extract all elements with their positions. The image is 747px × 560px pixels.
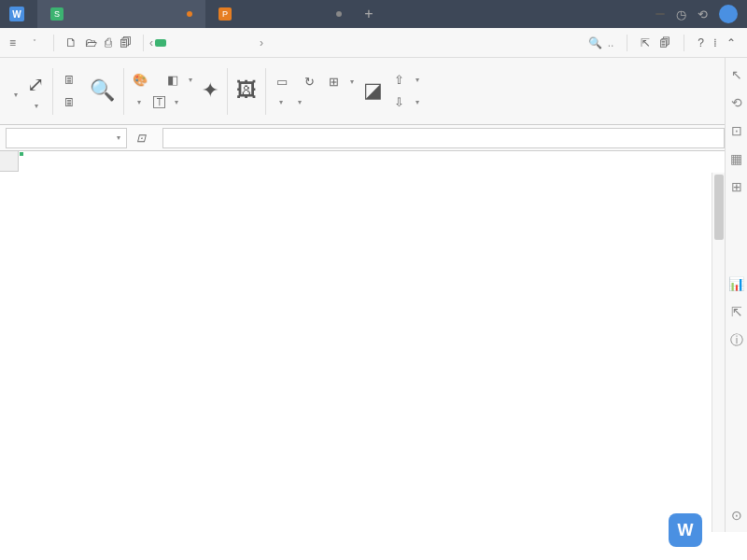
separator (52, 68, 53, 115)
group-col: ⊞▾ x (323, 73, 358, 110)
search-icon: 🔍 (588, 36, 602, 49)
rotate-icon: ↻ (303, 75, 317, 90)
align-icon: ▭ (275, 75, 289, 90)
lock-icon[interactable]: ⊡ (731, 123, 742, 138)
image-icon: 🖼 (236, 78, 257, 103)
user-avatar[interactable] (719, 5, 738, 23)
new-icon[interactable]: 🗋 (65, 35, 78, 49)
menu-right: 🔍 .. ⇱ 🗐 ? ⁞ ⌃ (588, 35, 743, 51)
menu-page-layout[interactable] (155, 39, 166, 47)
nav-left-icon[interactable]: ‹ (148, 36, 155, 49)
scrollbar-thumb[interactable] (714, 175, 724, 240)
modified-dot-icon (336, 11, 342, 17)
pane-icon: ◪ (363, 78, 383, 103)
print-titles-group: 🗏 🗏 (58, 71, 84, 112)
timer-icon[interactable]: ◷ (676, 7, 686, 21)
wps-watermark-logo-icon: W (669, 513, 702, 547)
info-icon[interactable]: ⓘ (730, 332, 743, 349)
tab-workbook[interactable]: S (37, 0, 205, 28)
theme-group: 🎨xx◧▾ ▾ 🅃▾ (129, 71, 196, 112)
separator (265, 68, 266, 115)
menubar: ≡ ˅ 🗋 🗁 ⎙ 🗐 ‹ › 🔍 .. ⇱ 🗐 ? ⁞ ⌃ (0, 28, 747, 58)
col-headers (19, 151, 747, 172)
print-titles[interactable]: 🗏 (58, 71, 84, 90)
search-button[interactable]: 🔍 .. (588, 36, 614, 49)
titlebar: W S P + ◷ ⟲ (0, 0, 747, 28)
font-icon: 🅃 (151, 95, 166, 110)
file-menu[interactable]: ˅ (21, 35, 44, 49)
settings-icon[interactable]: ⊙ (731, 508, 742, 523)
menu-view[interactable] (200, 39, 211, 47)
show-page-break[interactable] (6, 81, 21, 85)
spreadsheet-icon: S (50, 7, 63, 21)
separator (684, 35, 684, 51)
fill-handle[interactable] (19, 151, 24, 157)
move-down-icon: ⇩ (392, 95, 407, 110)
effect-button[interactable]: ✦ (198, 77, 222, 106)
watermark: W (669, 513, 710, 547)
preview-icon[interactable]: 🗐 (120, 35, 132, 49)
palette-icon: 🎨 (133, 73, 148, 88)
print-icon[interactable]: ⎙ (105, 35, 112, 49)
bg-image-button[interactable]: 🖼 (233, 77, 261, 106)
align-group: ▭x↻ ▾ ▾ (271, 73, 321, 110)
print-preview-button[interactable]: 🔍 (86, 77, 119, 106)
vertical-scrollbar[interactable] (712, 173, 725, 532)
ribbon: ▾ ⤢ ▾ 🗏 🗏 🔍 🎨xx◧▾ ▾ 🅃▾ ✦ 🖼 ▭x↻ ▾ ▾ ⊞▾ x … (0, 58, 747, 125)
menu-dev-tools[interactable] (222, 39, 233, 47)
menu-security[interactable] (211, 39, 222, 47)
share-side-icon[interactable]: ⇱ (731, 304, 742, 319)
name-box[interactable]: ▾ (6, 128, 127, 148)
separator (227, 68, 228, 115)
scale-icon: ⤢ (27, 73, 44, 97)
insert-page-break[interactable]: ▾ (6, 89, 21, 101)
nav-right-icon[interactable]: › (256, 36, 267, 49)
help-icon[interactable]: ? (698, 36, 704, 49)
wps-brand: W (0, 7, 37, 21)
page-break-group: ▾ (6, 81, 21, 101)
color-icon: ◧ (165, 73, 180, 88)
chevron-down-icon: ▾ (117, 133, 120, 142)
formula-input[interactable] (162, 128, 725, 148)
new-tab-button[interactable]: + (355, 6, 383, 22)
notification-badge[interactable] (655, 13, 665, 15)
separator (53, 35, 54, 51)
more-icon[interactable]: ⁞ (713, 36, 717, 49)
open-icon[interactable]: 🗁 (85, 35, 97, 49)
menu-data[interactable] (177, 39, 189, 47)
select-all-corner[interactable] (0, 151, 19, 172)
export-icon[interactable]: ⇱ (641, 36, 650, 49)
modified-dot-icon (187, 11, 192, 17)
share-icon[interactable]: ⟲ (698, 7, 708, 21)
menu-formula[interactable] (166, 39, 177, 47)
spreadsheet (0, 151, 747, 560)
formula-bar: ▾ ⊡ (0, 125, 747, 151)
select-pane-button[interactable]: ◪ (359, 77, 387, 106)
print-header-footer[interactable]: 🗏 (58, 93, 84, 112)
title-right: ◷ ⟲ (646, 5, 747, 23)
grid-icon[interactable]: ⊞ (731, 179, 742, 194)
chart-icon[interactable]: 📊 (728, 276, 744, 291)
print-scale-button[interactable]: ⤢ ▾ (23, 71, 48, 112)
fit-icon[interactable]: ⊡ (136, 132, 146, 145)
wps-logo-icon: W (9, 7, 24, 21)
separator (123, 68, 124, 115)
menu-review[interactable] (189, 39, 200, 47)
menu-document[interactable] (245, 39, 256, 47)
menu-features[interactable] (233, 39, 245, 47)
collapse-icon[interactable]: ⌃ (726, 36, 736, 49)
cursor-icon[interactable]: ↖ (731, 67, 742, 82)
tab-presentation[interactable]: P (205, 0, 355, 28)
effect-icon: ✦ (202, 78, 218, 103)
chevron-down-icon: ˅ (33, 38, 36, 47)
titles-icon: 🗏 (62, 73, 77, 88)
layer-group: ⇧▾ ⇩▾ (388, 71, 423, 112)
separator (627, 35, 627, 51)
save-icon[interactable]: 🗐 (659, 36, 670, 49)
table-icon[interactable]: ▦ (730, 151, 742, 166)
preview-icon: 🔍 (90, 78, 115, 103)
group-icon: ⊞ (327, 75, 342, 90)
quick-access: 🗋 🗁 ⎙ 🗐 (58, 35, 139, 49)
menu-toggle-icon[interactable]: ≡ (4, 36, 21, 49)
history-icon[interactable]: ⟲ (731, 95, 742, 110)
